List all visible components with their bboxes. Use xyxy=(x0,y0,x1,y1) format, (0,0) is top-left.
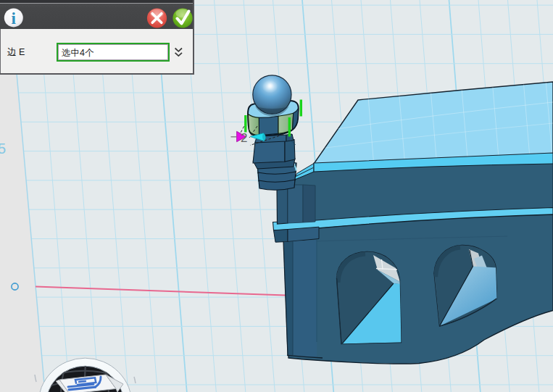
svg-text:2: 2 xyxy=(241,131,247,145)
svg-text:i: i xyxy=(12,9,17,28)
svg-text:5: 5 xyxy=(0,141,6,157)
